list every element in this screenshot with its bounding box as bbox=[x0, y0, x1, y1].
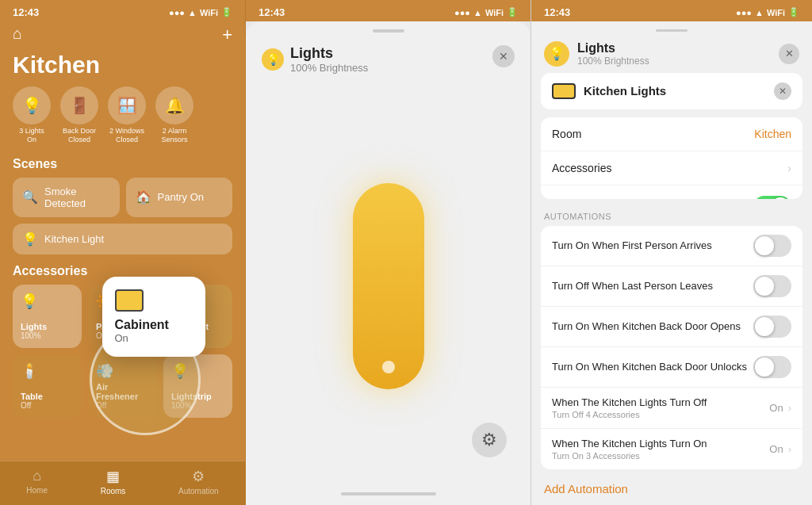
scene-pantry[interactable]: 🏠 Pantry On bbox=[126, 178, 233, 217]
tab-automation-label: Automation bbox=[178, 487, 219, 495]
cat-windows[interactable]: 🪟 2 WindowsClosed bbox=[108, 86, 146, 144]
cat-alarm[interactable]: 🔔 2 AlarmSensors bbox=[155, 86, 193, 144]
cabinent-popup[interactable]: Cabinent On bbox=[102, 277, 205, 357]
scene-kitchen-light[interactable]: 💡 Kitchen Light bbox=[13, 224, 232, 254]
cat-lights-icon: 💡 bbox=[13, 86, 51, 124]
table-icon: 🕯️ bbox=[21, 362, 74, 380]
cat-door-icon: 🚪 bbox=[60, 86, 98, 124]
modal-title: Lights bbox=[290, 45, 368, 62]
modal-light-icon: 💡 bbox=[262, 48, 284, 71]
modal-header: 💡 Lights 100% Brightness ✕ bbox=[246, 33, 530, 80]
auto-row-door-unlocks[interactable]: Turn On When Kitchen Back Door Unlocks bbox=[541, 347, 802, 388]
auto-sublabel-lights-on: Turn On 3 Accessories bbox=[552, 451, 769, 461]
settings-modal-header: 💡 Lights 100% Brightness ✕ bbox=[531, 32, 812, 73]
tab-home[interactable]: ⌂ Home bbox=[26, 468, 48, 495]
auto-row-last-person[interactable]: Turn Off When Last Person Leaves bbox=[541, 266, 802, 307]
auto-value-lights-off: On bbox=[769, 402, 783, 414]
auto-row-lights-off[interactable]: When The Kitchen Lights Turn Off Turn Of… bbox=[541, 388, 802, 429]
device-remove-button[interactable]: ✕ bbox=[774, 82, 791, 100]
auto-value-lights-on: On bbox=[769, 443, 783, 455]
acc-table[interactable]: 🕯️ Table Off bbox=[13, 354, 82, 418]
chevron-lights-on-icon: › bbox=[788, 443, 791, 455]
favorites-toggle-knob bbox=[771, 197, 790, 199]
light-pin bbox=[382, 361, 395, 373]
setting-room[interactable]: Room Kitchen bbox=[541, 117, 802, 151]
settings-title: Lights bbox=[577, 41, 649, 55]
scenes-grid: 🔍 Smoke Detected 🏠 Pantry On 💡 Kitchen L… bbox=[0, 178, 245, 261]
auto-toggle-door-unlocks[interactable] bbox=[753, 356, 791, 378]
modal-header-left: 💡 Lights 100% Brightness bbox=[262, 45, 368, 74]
table-name: Table bbox=[21, 392, 74, 401]
device-info: Kitchen Lights bbox=[552, 83, 666, 99]
auto-row-lights-on[interactable]: When The Kitchen Lights Turn On Turn On … bbox=[541, 429, 802, 469]
tab-rooms[interactable]: ▦ Rooms bbox=[101, 468, 126, 495]
add-automation-button[interactable]: Add Automation bbox=[531, 472, 812, 505]
acc-lights[interactable]: 💡 Lights 100% bbox=[13, 285, 82, 348]
auto-label-lights-on: When The Kitchen Lights Turn On bbox=[552, 438, 769, 451]
setting-accessories[interactable]: Accessories › bbox=[541, 151, 802, 186]
auto-toggle-first-person[interactable] bbox=[753, 235, 791, 257]
pantry-icon: 🏠 bbox=[136, 189, 151, 205]
cat-lights[interactable]: 💡 3 LightsOn bbox=[13, 86, 51, 144]
room-value: Kitchen bbox=[754, 128, 791, 140]
modal-close-button[interactable]: ✕ bbox=[492, 45, 515, 67]
status-icons-1: ●●● ▲ WiFi 🔋 bbox=[169, 7, 232, 17]
lights-status: 100% bbox=[21, 331, 74, 340]
tab-home-label: Home bbox=[26, 486, 48, 495]
modal-subtitle: 100% Brightness bbox=[290, 62, 368, 74]
tab-rooms-label: Rooms bbox=[101, 487, 126, 495]
home-icon[interactable]: ⌂ bbox=[13, 25, 22, 43]
auto-toggle-last-person[interactable] bbox=[753, 275, 791, 297]
auto-toggle-door-unlocks-knob bbox=[755, 358, 774, 377]
lights-name: Lights bbox=[21, 322, 74, 331]
cat-windows-icon: 🪟 bbox=[108, 86, 146, 124]
automations-section: AUTOMATIONS Turn On When First Person Ar… bbox=[541, 209, 802, 469]
gear-button[interactable]: ⚙ bbox=[472, 423, 507, 457]
settings-light-icon: 💡 bbox=[544, 41, 569, 67]
cat-alarm-icon: 🔔 bbox=[155, 86, 193, 124]
kitchen-light-icon: 💡 bbox=[22, 231, 38, 247]
cat-windows-label: 2 WindowsClosed bbox=[109, 127, 144, 144]
settings-modal: 💡 Lights 100% Brightness ✕ Kitchen Light… bbox=[531, 21, 812, 505]
automations-title: AUTOMATIONS bbox=[541, 209, 802, 226]
device-cabinet-icon bbox=[552, 83, 576, 99]
automations-list: Turn On When First Person Arrives Turn O… bbox=[541, 226, 802, 469]
lights-modal: 💡 Lights 100% Brightness ✕ ⚙ bbox=[246, 21, 530, 505]
settings-close-button[interactable]: ✕ bbox=[779, 44, 799, 64]
cat-lights-label: 3 LightsOn bbox=[19, 127, 44, 144]
tab-automation[interactable]: ⚙ Automation bbox=[178, 468, 219, 495]
scene-smoke[interactable]: 🔍 Smoke Detected bbox=[13, 178, 120, 217]
cat-alarm-label: 2 AlarmSensors bbox=[161, 127, 187, 144]
cat-door[interactable]: 🚪 Back DoorClosed bbox=[60, 86, 98, 144]
setting-favorites[interactable]: Include in Favorites bbox=[541, 186, 802, 199]
status-bar-2: 12:43 ●●● ▲ WiFi 🔋 bbox=[246, 0, 530, 21]
auto-label-door-unlocks: Turn On When Kitchen Back Door Unlocks bbox=[552, 361, 753, 374]
cabinent-popup-status: On bbox=[115, 332, 193, 344]
auto-label-lights-off: When The Kitchen Lights Turn Off bbox=[552, 396, 769, 410]
auto-label-first-person: Turn On When First Person Arrives bbox=[552, 239, 753, 253]
status-icons-3: ●●● ▲ WiFi 🔋 bbox=[736, 7, 799, 17]
add-button[interactable]: + bbox=[222, 25, 232, 45]
settings-subtitle: 100% Brightness bbox=[577, 55, 649, 67]
cabinent-popup-device-icon bbox=[115, 289, 144, 312]
smoke-icon: 🔍 bbox=[22, 189, 38, 205]
room-label: Room bbox=[552, 128, 581, 140]
scenes-title: Scenes bbox=[0, 154, 245, 178]
light-shape[interactable] bbox=[353, 183, 424, 389]
accessories-chevron: › bbox=[787, 162, 791, 174]
tab-rooms-icon: ▦ bbox=[106, 468, 120, 485]
scene-kitchen-label: Kitchen Light bbox=[44, 233, 104, 245]
favorites-toggle[interactable] bbox=[753, 196, 791, 199]
auto-row-first-person[interactable]: Turn On When First Person Arrives bbox=[541, 226, 802, 266]
auto-toggle-door-opens[interactable] bbox=[753, 316, 791, 338]
auto-sublabel-lights-off: Turn Off 4 Accessories bbox=[552, 410, 769, 419]
panel-kitchen-home: 12:43 ●●● ▲ WiFi 🔋 ⌂ + Kitchen 💡 3 Light… bbox=[0, 0, 246, 505]
accessories-grid: 💡 Lights 100% 🔆 Pantry Off 🗄️ Cabinent O… bbox=[0, 285, 245, 418]
auto-row-door-opens[interactable]: Turn On When Kitchen Back Door Opens bbox=[541, 307, 802, 347]
time-2: 12:43 bbox=[259, 6, 285, 18]
gear-icon: ⚙ bbox=[481, 430, 497, 450]
accessories-label: Accessories bbox=[552, 162, 611, 174]
device-name: Kitchen Lights bbox=[584, 84, 666, 98]
table-status: Off bbox=[21, 401, 74, 410]
settings-list: Room Kitchen Accessories › Include in Fa… bbox=[541, 117, 802, 199]
